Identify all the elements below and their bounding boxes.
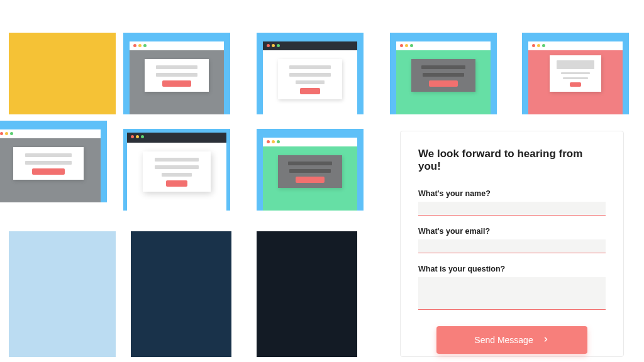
- swatch-navy[interactable]: [131, 231, 231, 357]
- thumbnail-grid: We look forward to hearing from you! Wha…: [0, 0, 644, 362]
- question-textarea[interactable]: [418, 277, 606, 310]
- name-label: What's your name?: [418, 189, 606, 198]
- chevron-right-icon: [542, 335, 550, 345]
- thumbnail-gray-modal[interactable]: [123, 33, 230, 114]
- thumbnail-green-modal-2[interactable]: [257, 129, 364, 211]
- name-input[interactable]: [418, 202, 606, 216]
- thumbnail-gray-modal-cut[interactable]: [0, 121, 107, 202]
- thumbnail-pink-modal[interactable]: [522, 33, 629, 114]
- swatch-lightblue[interactable]: [9, 231, 116, 357]
- thumbnail-solid-yellow[interactable]: [9, 33, 116, 114]
- question-label: What is your question?: [418, 265, 606, 273]
- thumbnail-green-modal[interactable]: [390, 33, 497, 114]
- thumbnail-dark-chrome[interactable]: [123, 129, 230, 211]
- form-title: We look forward to hearing from you!: [418, 148, 606, 173]
- send-button-label: Send Message: [474, 335, 533, 345]
- swatch-slate[interactable]: [257, 231, 357, 357]
- send-message-button[interactable]: Send Message: [436, 326, 587, 354]
- email-input[interactable]: [418, 239, 606, 253]
- contact-form-panel: We look forward to hearing from you! Wha…: [400, 131, 624, 357]
- email-label: What's your email?: [418, 227, 606, 236]
- thumbnail-white-modal[interactable]: [257, 33, 364, 114]
